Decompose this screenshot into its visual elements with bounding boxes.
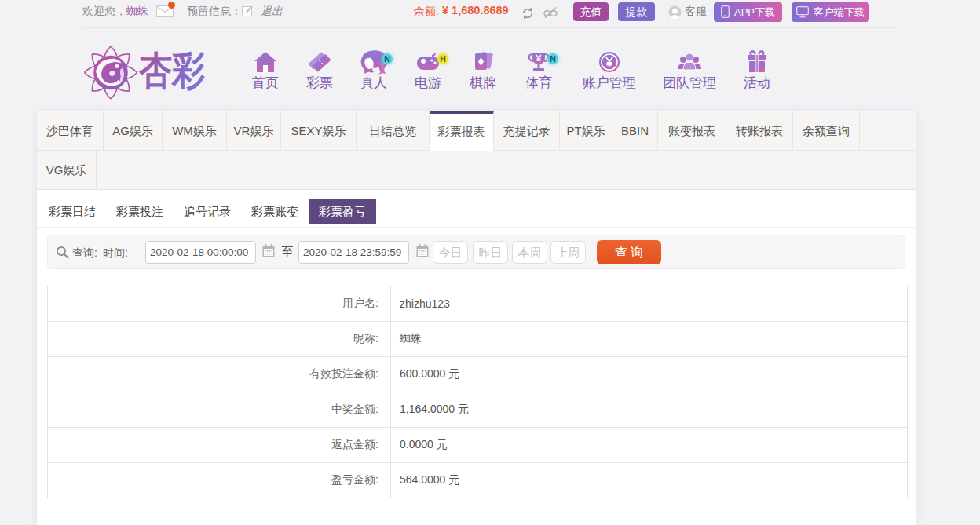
svg-text:杏彩: 杏彩 <box>138 49 205 93</box>
